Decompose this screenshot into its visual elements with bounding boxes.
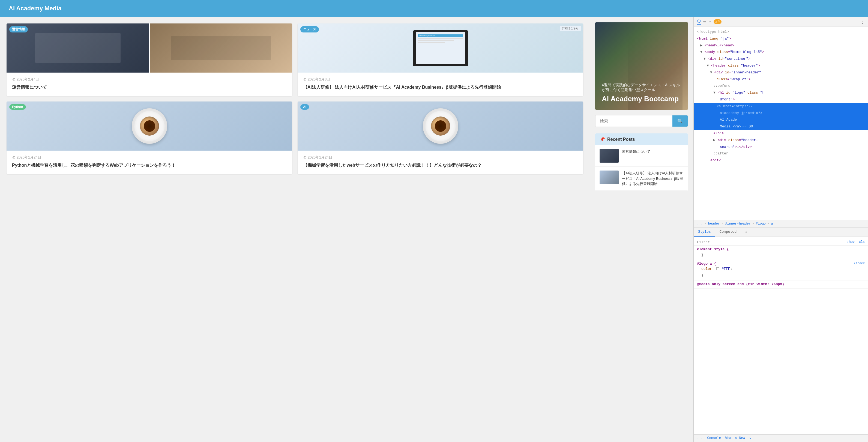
- css-rule-element-style: element.style { }: [694, 245, 868, 260]
- recent-post-item-2[interactable]: 【AI法人研修】 法人向けAI人材研修サービス『AI Academy Busin…: [595, 167, 688, 191]
- css-source-logo[interactable]: (index: [854, 262, 865, 265]
- css-rule-close-2: }: [697, 272, 865, 278]
- dom-line-html[interactable]: <html lang="ja">: [694, 35, 868, 42]
- toolbar-separator: »: [709, 20, 711, 24]
- post-card-1[interactable]: 運営情報 土日のAIセミナーの一枚 月に1・2回開催のAI Academy課研勉…: [6, 24, 292, 96]
- dom-line-a-selected[interactable]: <a href="https://: [694, 103, 868, 110]
- dom-line-inner-header[interactable]: ▼ <div id="inner-header": [694, 69, 868, 76]
- devtools-panel: ⬡ ▭ » ⚠ 3 ⋮ <!doctype html> <html lang="…: [693, 17, 868, 442]
- dom-line-header-el[interactable]: ▼ <header class="header">: [694, 62, 868, 69]
- breadcrumb-logo[interactable]: #logo: [756, 222, 766, 226]
- styles-filter-input[interactable]: [697, 240, 844, 244]
- recent-posts-widget: 📌 Recent Posts 運営情報について 【AI法人研修】 法人向けAI人…: [595, 134, 688, 191]
- dom-line-text-media[interactable]: Media</a>== $0: [694, 123, 868, 130]
- post-title-1[interactable]: 運営情報について: [12, 84, 287, 91]
- post-badge-1: 運営情報: [9, 26, 28, 32]
- dom-line-inner-header-class[interactable]: class="wrap cf">: [694, 76, 868, 83]
- dom-line-h1-cont[interactable]: dfont">: [694, 96, 868, 103]
- post-badge-4: AI: [300, 104, 309, 110]
- post-card-body-3: ⏱ 2020年1月24日 Pythonと機械学習を活用し、花の種類を判定するWe…: [6, 151, 292, 169]
- recent-post-thumb-1: [599, 149, 619, 163]
- devtools-styles-panel: :hov .cls element.style { } #logo a { (: [694, 237, 868, 435]
- color-swatch: [716, 267, 719, 270]
- warning-icon: ⚠: [715, 20, 717, 24]
- devtools-breadcrumb: ... › header › #inner-header › #logo › a: [694, 220, 868, 228]
- box-icon[interactable]: ▭: [704, 19, 706, 24]
- dom-line-after[interactable]: ::after: [694, 150, 868, 157]
- tab-more[interactable]: »: [741, 228, 752, 237]
- doctype-text: <!doctype html>: [697, 30, 729, 34]
- main-layout: 運営情報 土日のAIセミナーの一枚 月に1・2回開催のAI Academy課研勉…: [0, 17, 868, 442]
- dom-line-container[interactable]: ▼ <div id="container">: [694, 56, 868, 62]
- css-rule-logo-a: #logo a { (index color: #FFF; }: [694, 260, 868, 281]
- tab-computed[interactable]: Computed: [715, 228, 741, 237]
- search-input[interactable]: [595, 115, 673, 126]
- search-button[interactable]: 🔍: [673, 115, 688, 126]
- css-rule-close-1: }: [697, 252, 865, 258]
- featured-post[interactable]: 4週間で実践的なデータサイエンス・AIスキルが身に付く短期集中型スクール AI …: [595, 22, 688, 110]
- post-title-4[interactable]: 【機械学習を活用したwebサービスの作り方知りたい方必読！！】どんな技術が必要な…: [303, 162, 578, 169]
- bottom-whats-new[interactable]: What's New: [725, 436, 745, 440]
- post-card-4[interactable]: AI ⏱ 2020年1月24日 【機械学習を活用したwebサービスの作り方知りた…: [298, 101, 583, 174]
- warning-count: 3: [718, 20, 720, 23]
- featured-subtitle: 4週間で実践的なデータサイエンス・AIスキルが身に付く短期集中型スクール: [602, 83, 681, 92]
- dom-line-header-search-1[interactable]: ▶ <div class="header-: [694, 137, 868, 144]
- post-title-3[interactable]: Pythonと機械学習を活用し、花の種類を判定するWebアプリケーションを作ろう…: [12, 162, 287, 169]
- clock-icon-1: ⏱: [12, 78, 16, 82]
- breadcrumb-header[interactable]: header: [708, 222, 720, 226]
- dom-line-div-close[interactable]: </div: [694, 157, 868, 164]
- site-title: AI Academy Media: [9, 5, 62, 12]
- search-box: 🔍: [595, 115, 688, 127]
- css-rule-media: @media only screen and (min-width: 768px…: [694, 281, 868, 289]
- post-date-2: ⏱ 2020年2月3日: [303, 77, 578, 82]
- css-prop-color: color: #FFF;: [697, 266, 865, 272]
- cursor-icon[interactable]: ⬡: [697, 19, 701, 25]
- dom-line-head[interactable]: ▶ <head>…</head>: [694, 42, 868, 49]
- post-card-3[interactable]: Python ⏱ 2020年1月24日 Pythonと機械学習を活用し、花の種類…: [6, 101, 292, 174]
- featured-title: AI Academy Bootcamp: [602, 95, 681, 103]
- post-card-2[interactable]: AI Academy Business ニュース 詳細はこちら: [298, 24, 583, 96]
- dom-line-doctype[interactable]: <!doctype html>: [694, 29, 868, 35]
- dom-line-header-search-2[interactable]: search">…</div>: [694, 144, 868, 151]
- css-rule-logo-header: #logo a { (index: [697, 262, 865, 266]
- post-image-2: AI Academy Business ニュース 詳細はこちら: [298, 24, 583, 72]
- breadcrumb-inner-header[interactable]: #inner-header: [725, 222, 751, 226]
- styles-filter-bar: :hov .cls: [694, 239, 868, 245]
- breadcrumb-ellipsis[interactable]: ...: [697, 222, 703, 226]
- blog-grid: 運営情報 土日のAIセミナーの一枚 月に1・2回開催のAI Academy課研勉…: [0, 17, 590, 442]
- devtools-more-icon[interactable]: ⋮: [860, 19, 865, 25]
- bottom-close[interactable]: ✕: [749, 436, 751, 440]
- post-image-left: [6, 24, 149, 72]
- css-selector-logo: #logo a {: [697, 262, 716, 266]
- css-selector-element: element.style {: [697, 247, 865, 251]
- recent-post-item-1[interactable]: 運営情報について: [595, 145, 688, 167]
- dom-tree: <!doctype html> <html lang="ja"> ▶ <head…: [694, 26, 868, 220]
- dom-line-body[interactable]: ▼ <body class="home blog fa5">: [694, 49, 868, 56]
- dom-line-text-ai[interactable]: AI Acade: [694, 117, 868, 123]
- widget-header: 📌 Recent Posts: [595, 134, 688, 145]
- dom-line-h1-close[interactable]: </h1>: [694, 130, 868, 137]
- post-image-4: AI: [298, 101, 583, 151]
- breadcrumb-a[interactable]: a: [771, 222, 773, 226]
- post-date-3: ⏱ 2020年1月24日: [12, 155, 287, 160]
- clock-icon-4: ⏱: [303, 155, 307, 159]
- recent-post-title-1: 運営情報について: [622, 149, 650, 154]
- pseudo-hov[interactable]: :hov: [847, 240, 855, 244]
- pseudo-cls[interactable]: .cls: [857, 240, 865, 244]
- featured-overlay: 4週間で実践的なデータサイエンス・AIスキルが身に付く短期集中型スクール AI …: [602, 83, 681, 103]
- post-title-2[interactable]: 【AI法人研修】 法人向けAI人材研修サービス『AI Academy Busin…: [303, 84, 578, 91]
- recent-post-thumb-2: [599, 171, 619, 184]
- post-badge-2: ニュース: [300, 26, 319, 32]
- post-badge-3: Python: [9, 104, 26, 110]
- dom-line-before[interactable]: ::before: [694, 83, 868, 89]
- bottom-more[interactable]: ...: [697, 436, 703, 440]
- devtools-bottom-tabs: Styles Computed »: [694, 228, 868, 237]
- clock-icon-2: ⏱: [303, 78, 307, 82]
- post-image-3: Python: [6, 101, 292, 151]
- post-card-body-2: ⏱ 2020年2月3日 【AI法人研修】 法人向けAI人材研修サービス『AI A…: [298, 72, 583, 91]
- dom-line-a-href-cont[interactable]: aiacademy.jp/media">: [694, 110, 868, 117]
- bottom-console[interactable]: Console: [707, 436, 721, 440]
- details-btn[interactable]: 詳細はこちら: [560, 26, 581, 31]
- tab-styles[interactable]: Styles: [694, 228, 715, 237]
- dom-line-h1[interactable]: ▼ <h1 id="logo" class="h: [694, 89, 868, 96]
